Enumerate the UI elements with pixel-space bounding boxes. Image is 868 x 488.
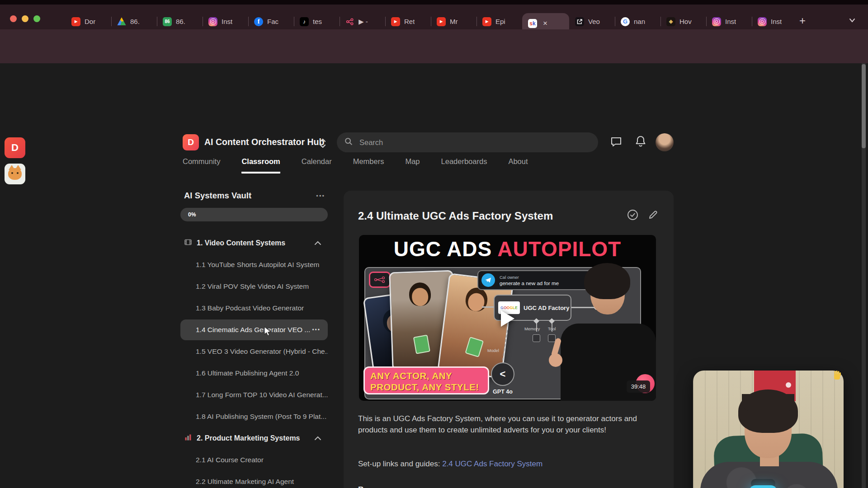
- nav-community[interactable]: Community: [183, 157, 220, 174]
- sidebar-item-1.4[interactable]: 1.4 Cinematic Ads Generator VEO ...•••: [180, 319, 328, 340]
- tab-label: Inst: [725, 18, 736, 25]
- sidebar-item-1.3[interactable]: 1.3 Baby Podcast Video Generator: [180, 297, 328, 319]
- chevron-up-icon[interactable]: [314, 434, 321, 442]
- item-menu-dots-icon[interactable]: •••: [312, 327, 328, 333]
- telegram-icon: [481, 273, 495, 287]
- flow-line: [571, 307, 595, 308]
- section-label: 1. Video Content Systems: [197, 239, 285, 247]
- close-tab-icon[interactable]: ×: [543, 19, 547, 28]
- nav-map[interactable]: Map: [405, 157, 420, 174]
- zoom-window-button[interactable]: [33, 15, 40, 22]
- tool-label: Tool: [548, 326, 556, 331]
- flow-line: [482, 306, 494, 308]
- edit-pencil-icon[interactable]: [647, 209, 659, 223]
- item-label: 1.3 Baby Podcast Video Generator: [196, 304, 304, 312]
- veo-favicon-icon: [575, 17, 584, 26]
- play-button-icon[interactable]: [501, 310, 514, 327]
- page-scrollbar-thumb[interactable]: [862, 64, 866, 148]
- sidebar-item-1.7[interactable]: 1.7 Long Form TOP 10 Video AI Generat...: [180, 384, 328, 406]
- skool-floating-shortcut-icon[interactable]: D: [5, 137, 25, 158]
- n8n-logo-icon: [369, 272, 391, 288]
- tab-label: ▶ -: [359, 18, 368, 26]
- close-window-button[interactable]: [10, 15, 17, 22]
- sidebar-item-2.2[interactable]: 2.2 Ultimate Marketing AI Agent: [180, 471, 328, 488]
- facebook-favicon-icon: f: [254, 17, 263, 26]
- search-icon: [344, 137, 353, 148]
- item-label: 1.6 Ultimate Publishing Agent 2.0: [196, 369, 299, 377]
- skool-favicon-icon: sk: [528, 19, 537, 28]
- browser-tab-strip: ▶Dor86.8686.InstfFac♪tes▶ -▶Ret▶Mr▶Episk…: [0, 5, 868, 29]
- notifications-bell-icon[interactable]: [634, 135, 649, 150]
- section-label: 2. Product Marketing Systems: [197, 434, 300, 442]
- sidebar-item-1.1[interactable]: 1.1 YouTube Shorts Autopilot AI System: [180, 254, 328, 276]
- gpt-label: GPT 4o: [488, 389, 517, 395]
- item-label: 1.1 YouTube Shorts Autopilot AI System: [196, 261, 319, 269]
- sidebar-item-1.8[interactable]: 1.8 AI Publishing System (Post To 9 Plat…: [180, 406, 328, 427]
- browser-toolbar: skool.com/content-orchestrator-hub/class…: [0, 29, 868, 63]
- new-tab-button[interactable]: +: [796, 14, 809, 27]
- item-label: 2.2 Ultimate Marketing AI Agent: [196, 478, 294, 486]
- presenter-hair: [584, 263, 630, 299]
- chat-icon[interactable]: [609, 135, 625, 150]
- nav-about[interactable]: About: [508, 157, 528, 174]
- search-input[interactable]: [359, 138, 591, 147]
- course-title: AI Systems Vault: [184, 191, 251, 201]
- search-bar[interactable]: [337, 132, 598, 152]
- sidebar-item-1.2[interactable]: 1.2 Viral POV Style Video AI System: [180, 276, 328, 297]
- sidebar-item-1.5[interactable]: 1.5 VEO 3 Video Generator (Hybrid - Che.…: [180, 341, 328, 362]
- tab-label: Inst: [771, 18, 782, 25]
- lesson-description: This is an UGC Ads Factory System, where…: [358, 413, 657, 436]
- presenter-hand: [549, 353, 562, 367]
- tab-label: Inst: [222, 18, 232, 25]
- tab-label: tes: [313, 18, 322, 25]
- community-name[interactable]: AI Content Orchestrator Hub: [204, 137, 324, 147]
- youtube-favicon-icon: ▶: [437, 17, 446, 26]
- course-menu-dots-icon[interactable]: •••: [316, 192, 325, 199]
- setup-links-row: Set-up links and guides: 2.4 UGC Ads Fac…: [358, 460, 542, 469]
- setup-link[interactable]: 2.4 UGC Ads Factory System: [442, 460, 542, 468]
- thumbnail-badge: ANY ACTOR, ANY PRODUCT, ANY STYLE!: [363, 366, 489, 394]
- tab-label: 86.: [130, 18, 140, 25]
- tab-label: Hov: [679, 18, 692, 25]
- lesson-video-player[interactable]: UGC ADS AUTOPILOT: [359, 235, 656, 401]
- nav-members[interactable]: Members: [353, 157, 384, 174]
- tab-label: Epi: [495, 18, 505, 25]
- tab-overflow-chevron-icon[interactable]: [848, 16, 856, 26]
- tiktok-favicon-icon: ♪: [300, 17, 309, 26]
- telegram-message-node: Cal owner generate a new ad for me: [477, 270, 594, 290]
- community-nav: CommunityClassroomCalendarMembersMapLead…: [183, 157, 528, 174]
- n8n-favicon-icon: [345, 17, 354, 26]
- tab-label: Veo: [588, 18, 600, 25]
- sidebar-item-1.6[interactable]: 1.6 Ultimate Publishing Agent 2.0: [180, 362, 328, 384]
- resources-title: Resources: [358, 485, 397, 488]
- community-switcher-chevrons-icon[interactable]: [319, 137, 326, 151]
- sidebar-section-1[interactable]: 1. Video Content Systems: [180, 232, 328, 254]
- chevron-up-icon[interactable]: [314, 239, 321, 247]
- item-label: 1.7 Long Form TOP 10 Video AI Generat...: [196, 391, 328, 399]
- mark-complete-icon[interactable]: [627, 209, 639, 223]
- pinned-hand-icon: [831, 370, 843, 383]
- nav-calendar[interactable]: Calendar: [302, 157, 332, 174]
- community-logo[interactable]: D: [183, 134, 199, 150]
- macos-window-controls: [10, 15, 40, 22]
- skool-page: D AI Content Orchestrator Hub CommunityC…: [0, 63, 868, 488]
- item-label: 2.1 AI Course Creator: [196, 456, 264, 464]
- tab-label: Fac: [267, 18, 278, 25]
- webcam-overlay: [693, 371, 844, 488]
- nav-classroom[interactable]: Classroom: [241, 157, 280, 174]
- minimize-window-button[interactable]: [22, 15, 28, 22]
- tab-label: nan: [634, 18, 645, 25]
- sidebar-section-2[interactable]: 2. Product Marketing Systems: [180, 427, 328, 449]
- g86-favicon-icon: 86: [163, 17, 172, 26]
- video-duration-badge: 39:48: [627, 380, 650, 393]
- sidebar-item-2.1[interactable]: 2.1 AI Course Creator: [180, 449, 328, 471]
- google-favicon-icon: G: [621, 17, 630, 26]
- user-avatar[interactable]: [656, 133, 674, 151]
- item-label: 1.8 AI Publishing System (Post To 9 Plat…: [196, 413, 326, 421]
- youtube-favicon-icon: ▶: [391, 17, 400, 26]
- nav-leaderboards[interactable]: Leaderboards: [441, 157, 487, 174]
- cat-floating-shortcut-icon[interactable]: [5, 164, 25, 184]
- instagram-favicon-icon: [758, 17, 767, 26]
- tab-label: Dor: [85, 18, 95, 25]
- tool-node-box: [548, 334, 556, 342]
